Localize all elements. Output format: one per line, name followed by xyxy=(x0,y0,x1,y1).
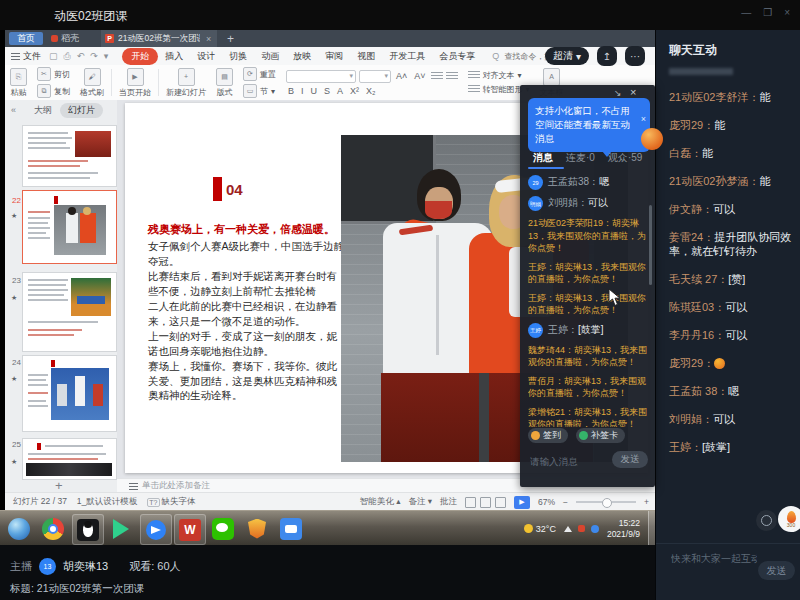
slideshow-play-button[interactable]: ▶ xyxy=(514,496,530,509)
minimize-window-icon[interactable]: ↘ xyxy=(614,88,622,98)
collapse-panel-icon[interactable]: « xyxy=(11,105,16,115)
tab-design[interactable]: 设计 xyxy=(190,48,222,65)
tab-mic-link[interactable]: 连麦·0 xyxy=(566,151,595,165)
font-color-button[interactable]: A xyxy=(335,86,345,96)
quality-selector[interactable]: 超清▾ xyxy=(545,47,589,65)
close-icon[interactable]: × xyxy=(784,7,790,18)
add-slide-button[interactable]: + xyxy=(55,478,63,493)
format-painter-button[interactable]: 🖌 格式刷 xyxy=(75,65,109,100)
start-button[interactable] xyxy=(4,514,34,543)
scrollbar[interactable] xyxy=(649,205,652,285)
bullet-list-icon[interactable] xyxy=(431,72,443,81)
font-family-select[interactable]: ▾ xyxy=(286,70,356,83)
new-slide-button[interactable]: + 新建幻灯片 xyxy=(161,65,211,100)
save-icon[interactable]: ▢ xyxy=(49,51,58,62)
tray-app-icon[interactable] xyxy=(578,525,585,532)
overlay-send-button[interactable]: 发送 xyxy=(612,451,648,468)
overlay-chat-input[interactable] xyxy=(528,455,612,468)
minimize-icon[interactable]: — xyxy=(741,7,751,18)
design-template[interactable]: 1_默认设计模板 xyxy=(77,496,137,508)
show-desktop-button[interactable] xyxy=(648,511,655,546)
redo-icon[interactable]: ↷ xyxy=(90,51,98,62)
more-options-button[interactable]: ··· xyxy=(625,46,645,66)
taskbar-video-player[interactable] xyxy=(106,514,136,543)
taskbar-clock[interactable]: 15:22 2021/9/9 xyxy=(607,518,640,540)
italic-button[interactable]: I xyxy=(299,86,306,96)
thumbnail-slide-23[interactable] xyxy=(22,272,117,352)
flame-like-button[interactable]: 300 xyxy=(778,506,800,532)
check-in-chip[interactable]: 签到 xyxy=(528,428,568,443)
notes-toggle[interactable]: 备注 ▾ xyxy=(408,496,432,508)
taskbar-browser[interactable] xyxy=(38,514,68,543)
zoom-in-icon[interactable]: + xyxy=(644,497,649,507)
thumbnail-slide-24[interactable] xyxy=(22,355,117,432)
tab-audience[interactable]: 观众·59 xyxy=(608,151,642,165)
normal-view-icon[interactable] xyxy=(465,497,476,508)
overlay-message-list[interactable]: 29 王孟茹38：嗯 明娟 刘明娟：可以 21动医02李荣阳19：胡奕琳13，我… xyxy=(528,175,649,427)
reaction-button[interactable] xyxy=(756,510,777,531)
tab-document[interactable]: P 21动医02班第一次团课.pptx × xyxy=(101,30,217,47)
section-button[interactable]: ▭节▾ xyxy=(243,84,276,98)
tab-slides[interactable]: 幻灯片 xyxy=(60,103,103,118)
numbered-list-icon[interactable] xyxy=(446,72,458,81)
sorter-view-icon[interactable] xyxy=(480,497,491,508)
zoom-slider-knob[interactable] xyxy=(602,498,612,508)
tab-review[interactable]: 审阅 xyxy=(318,48,350,65)
tray-network-icon[interactable] xyxy=(591,525,599,533)
bold-button[interactable]: B xyxy=(286,86,296,96)
tab-slideshow[interactable]: 放映 xyxy=(286,48,318,65)
play-from-current-button[interactable]: ▶ 当页开始 xyxy=(114,65,156,100)
zoom-out-icon[interactable]: − xyxy=(563,497,568,507)
reading-view-icon[interactable] xyxy=(495,497,506,508)
tab-messages[interactable]: 消息 xyxy=(533,151,553,165)
more-dropdown-icon[interactable]: ▾ xyxy=(104,51,109,62)
tab-insert[interactable]: 插入 xyxy=(158,48,190,65)
tab-home[interactable]: 首页 xyxy=(9,32,43,45)
zoom-level[interactable]: 67% xyxy=(538,497,555,507)
taskbar-dingtalk[interactable] xyxy=(140,514,172,545)
underline-button[interactable]: U xyxy=(309,86,320,96)
thumbnail-slide-25[interactable] xyxy=(22,438,117,480)
layout-button[interactable]: ▤ 版式 xyxy=(211,65,238,100)
gift-ball-icon[interactable] xyxy=(641,128,663,150)
taskbar-qq[interactable] xyxy=(72,514,104,545)
increase-font-icon[interactable]: A˄ xyxy=(394,71,409,81)
decrease-font-icon[interactable]: A˅ xyxy=(412,71,427,81)
subscript-button[interactable]: X₂ xyxy=(364,86,378,96)
tab-view[interactable]: 视图 xyxy=(350,48,382,65)
share-button[interactable]: ↥ xyxy=(597,46,617,66)
align-text-button[interactable]: 对齐文本▾ xyxy=(468,70,530,81)
tab-close-icon[interactable]: × xyxy=(206,34,211,44)
send-button[interactable]: 发送 xyxy=(758,561,795,580)
file-menu[interactable]: 文件 xyxy=(11,50,41,63)
missing-font-label[interactable]: 缺失字体 xyxy=(162,496,196,508)
font-size-select[interactable]: ▾ xyxy=(359,70,391,83)
taskbar-wechat[interactable] xyxy=(208,514,238,543)
beautify-button[interactable]: 智能美化 ▴ xyxy=(360,496,401,508)
strikethrough-button[interactable]: S xyxy=(322,86,332,96)
tab-start[interactable]: 开始 xyxy=(122,48,158,65)
tab-transition[interactable]: 切换 xyxy=(222,48,254,65)
tab-docer[interactable]: 稻壳 xyxy=(51,32,79,45)
host-avatar[interactable]: 13 xyxy=(39,558,56,575)
print-icon[interactable]: ⎙ xyxy=(64,51,71,62)
close-window-icon[interactable]: × xyxy=(630,86,636,98)
chat-input[interactable] xyxy=(669,552,759,565)
tab-animation[interactable]: 动画 xyxy=(254,48,286,65)
taskbar-netdisk[interactable] xyxy=(276,514,306,543)
thumbnail-slide-22[interactable] xyxy=(22,190,117,264)
cut-button[interactable]: ✂剪切 xyxy=(37,67,70,81)
maximize-icon[interactable]: ❐ xyxy=(763,7,772,18)
new-tab-button[interactable]: + xyxy=(227,32,234,46)
tray-expand-icon[interactable] xyxy=(564,526,572,532)
paste-button[interactable]: ⎘ 粘贴 xyxy=(5,65,32,100)
tooltip-close-icon[interactable]: × xyxy=(641,112,646,126)
thumbnail-slide-21[interactable] xyxy=(22,125,117,187)
taskbar-wps[interactable]: W xyxy=(174,514,206,545)
zoom-slider[interactable] xyxy=(576,501,636,503)
taskbar-security[interactable] xyxy=(242,514,272,543)
tab-devtools[interactable]: 开发工具 xyxy=(382,48,432,65)
makeup-card-chip[interactable]: 补签卡 xyxy=(576,428,625,443)
copy-button[interactable]: ⧉复制 xyxy=(37,84,70,98)
tab-outline[interactable]: 大纲 xyxy=(34,104,52,117)
